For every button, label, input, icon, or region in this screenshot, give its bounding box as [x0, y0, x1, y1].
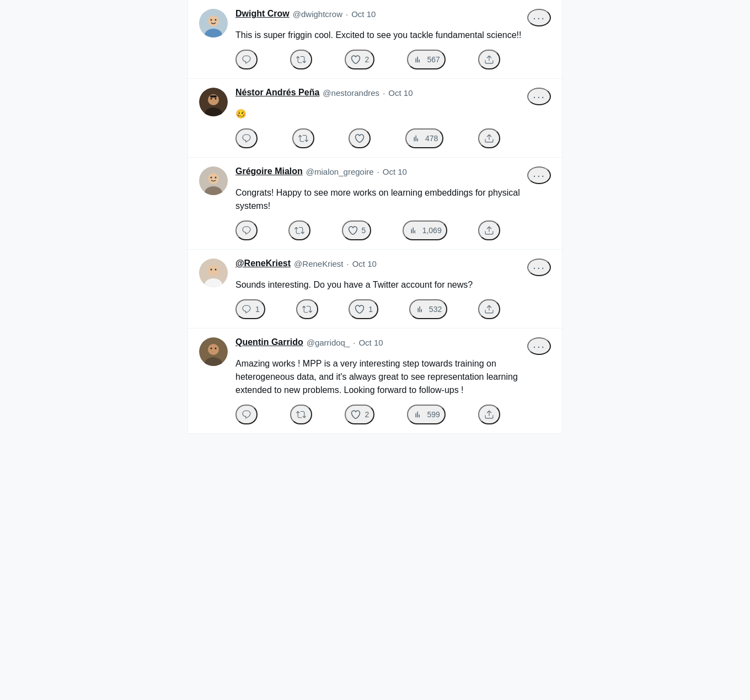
svg-rect-10	[210, 95, 217, 98]
like-count: 2	[365, 410, 369, 419]
display-name: Quentin Garrido	[235, 337, 303, 347]
tweet-body: @ReneKriest @ReneKriest · Oct 10 ··· Sou…	[235, 259, 551, 319]
tweet-body: Grégoire Mialon @mialon_gregoire · Oct 1…	[235, 166, 551, 240]
view-count: 599	[427, 410, 440, 419]
retweet-icon	[296, 409, 307, 420]
like-button[interactable]: 2	[345, 50, 374, 69]
reply-icon	[241, 133, 252, 144]
share-button[interactable]	[478, 128, 500, 148]
retweet-button[interactable]	[290, 50, 312, 69]
display-name: Grégoire Mialon	[235, 166, 303, 176]
svg-point-3	[211, 19, 212, 21]
svg-point-1	[208, 15, 219, 26]
analytics-button[interactable]: 478	[405, 128, 443, 148]
tweet-feed: Dwight Crow @dwightcrow · Oct 10 ··· Thi…	[188, 0, 562, 434]
retweet-button[interactable]	[296, 299, 318, 319]
reply-button[interactable]	[235, 50, 258, 69]
tweet-item-1: Dwight Crow @dwightcrow · Oct 10 ··· Thi…	[188, 0, 562, 79]
svg-point-17	[208, 265, 219, 276]
reply-icon	[241, 409, 252, 420]
tweet-meta: Dwight Crow @dwightcrow · Oct 10	[235, 9, 376, 19]
like-icon	[354, 133, 365, 144]
tweet-header: Grégoire Mialon @mialon_gregoire · Oct 1…	[235, 166, 551, 184]
handle: @garridoq_	[307, 338, 350, 347]
svg-point-15	[215, 177, 217, 179]
tweet-header: Néstor Andrés Peña @nestorandres · Oct 1…	[235, 88, 551, 105]
view-count: 1,069	[422, 226, 442, 235]
timestamp: Oct 10	[351, 9, 376, 19]
avatar[interactable]	[199, 259, 228, 287]
tweet-body: Quentin Garrido @garridoq_ · Oct 10 ··· …	[235, 337, 551, 424]
analytics-icon	[411, 133, 422, 144]
tweet-actions: 1 1 532	[235, 299, 500, 319]
analytics-icon	[408, 225, 419, 236]
like-icon	[347, 225, 358, 236]
share-icon	[484, 133, 495, 144]
tweet-body: Dwight Crow @dwightcrow · Oct 10 ··· Thi…	[235, 9, 551, 69]
tweet-meta: Grégoire Mialon @mialon_gregoire · Oct 1…	[235, 166, 407, 176]
tweet-actions: 478	[235, 128, 500, 148]
more-options-button[interactable]: ···	[527, 259, 551, 276]
share-icon	[484, 225, 495, 236]
retweet-button[interactable]	[290, 405, 312, 424]
more-options-button[interactable]: ···	[527, 88, 551, 105]
tweet-item-4: @ReneKriest @ReneKriest · Oct 10 ··· Sou…	[188, 250, 562, 329]
svg-point-24	[211, 348, 212, 349]
share-icon	[484, 304, 495, 315]
avatar[interactable]	[199, 166, 228, 195]
view-count: 478	[425, 134, 438, 143]
share-button[interactable]	[478, 50, 500, 69]
tweet-item-3: Grégoire Mialon @mialon_gregoire · Oct 1…	[188, 158, 562, 250]
retweet-button[interactable]	[292, 128, 314, 148]
more-options-button[interactable]: ···	[527, 337, 551, 355]
svg-point-25	[215, 348, 217, 349]
tweet-meta: Quentin Garrido @garridoq_ · Oct 10	[235, 337, 383, 347]
tweet-meta: @ReneKriest @ReneKriest · Oct 10	[235, 259, 377, 268]
analytics-button[interactable]: 532	[409, 299, 447, 319]
tweet-header: @ReneKriest @ReneKriest · Oct 10 ···	[235, 259, 551, 276]
like-count: 2	[365, 55, 369, 64]
display-name: Dwight Crow	[235, 9, 290, 19]
retweet-button[interactable]	[288, 220, 310, 240]
retweet-icon	[294, 225, 305, 236]
more-options-button[interactable]: ···	[527, 9, 551, 26]
tweet-actions: 2 599	[235, 405, 500, 424]
view-count: 532	[429, 305, 442, 314]
timestamp: Oct 10	[352, 259, 377, 268]
svg-point-4	[215, 19, 217, 21]
share-button[interactable]	[478, 405, 500, 424]
like-count: 1	[368, 305, 373, 314]
tweet-meta: Néstor Andrés Peña @nestorandres · Oct 1…	[235, 88, 413, 98]
avatar[interactable]	[199, 9, 228, 37]
share-button[interactable]	[478, 220, 500, 240]
separator: ·	[383, 88, 385, 98]
analytics-icon	[415, 304, 426, 315]
like-button[interactable]: 5	[342, 220, 372, 240]
separator: ·	[346, 9, 348, 19]
svg-point-8	[211, 98, 212, 100]
avatar[interactable]	[199, 337, 228, 366]
share-button[interactable]	[478, 299, 500, 319]
tweet-actions: 2 567	[235, 50, 500, 69]
tweet-content: Amazing works ! MPP is a very interestin…	[235, 357, 551, 397]
more-options-button[interactable]: ···	[527, 166, 551, 184]
analytics-button[interactable]: 599	[407, 405, 445, 424]
reply-icon	[241, 304, 252, 315]
separator: ·	[347, 259, 349, 268]
share-icon	[484, 409, 495, 420]
like-button[interactable]: 2	[345, 405, 374, 424]
analytics-button[interactable]: 567	[407, 50, 445, 69]
like-icon	[354, 304, 365, 315]
like-icon	[350, 409, 361, 420]
display-name: Néstor Andrés Peña	[235, 88, 319, 98]
handle: @dwightcrow	[293, 9, 342, 19]
reply-button[interactable]	[235, 405, 258, 424]
like-button[interactable]	[349, 128, 371, 148]
reply-button[interactable]	[235, 128, 258, 148]
svg-point-20	[215, 269, 217, 271]
analytics-button[interactable]: 1,069	[403, 220, 447, 240]
reply-button[interactable]: 1	[235, 299, 265, 319]
reply-button[interactable]	[235, 220, 258, 240]
like-button[interactable]: 1	[349, 299, 378, 319]
avatar[interactable]	[199, 88, 228, 116]
